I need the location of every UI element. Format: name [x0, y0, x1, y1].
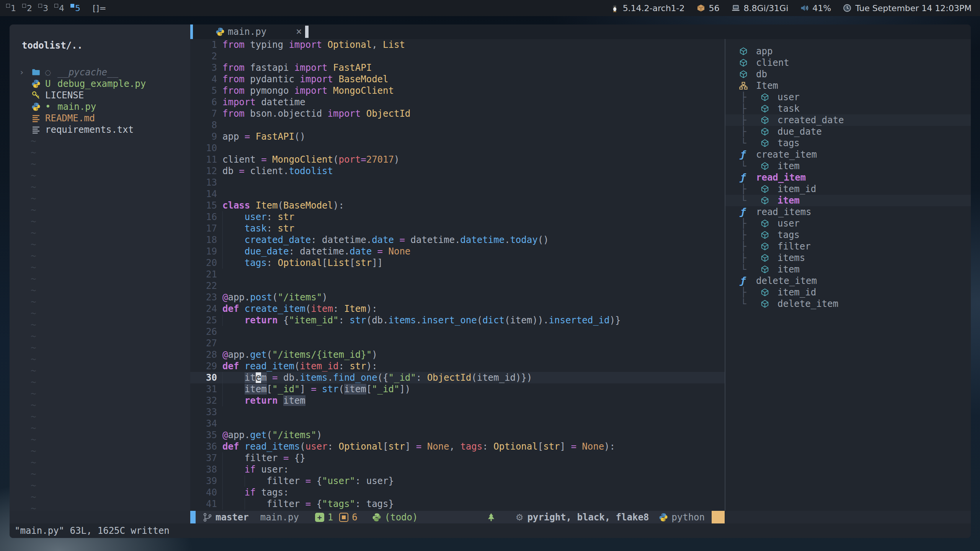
tree-item-__pycache__[interactable]: ›◌__pycache__ [10, 67, 190, 78]
empty-line-tilde: ~ [10, 377, 190, 388]
code-line-5[interactable]: 5from pymongo import MongoClient [190, 85, 725, 96]
empty-line-tilde: ~ [10, 135, 190, 147]
outline-item-delete_item[interactable]: ƒdelete_item [725, 275, 971, 287]
outline-item-app[interactable]: app [725, 46, 971, 57]
workspace-4[interactable]: 4 [54, 3, 70, 13]
code-line-40[interactable]: 40 if tags: [190, 487, 725, 498]
code-line-41[interactable]: 41 filter = {"tags": tags} [190, 498, 725, 510]
code-text: from pymongo import MongoClient [222, 85, 394, 96]
code-line-2[interactable]: 2 [190, 51, 725, 62]
code-text: from bson.objectid import ObjectId [222, 108, 410, 119]
empty-line-tilde: ~ [10, 273, 190, 285]
outline-item-item_id[interactable]: ├item_id [725, 287, 971, 298]
outline-item-user[interactable]: ├user [725, 218, 971, 229]
tree-item-LICENSE[interactable]: LICENSE [10, 90, 190, 101]
code-line-23[interactable]: 23@app.post("/items") [190, 292, 725, 303]
chevron-right-icon[interactable]: › [19, 67, 24, 78]
code-line-13[interactable]: 13 [190, 177, 725, 188]
outline-item-created_date[interactable]: ├created_date [725, 114, 971, 126]
tree-statusline [10, 511, 190, 523]
tab-close-icon[interactable]: × [296, 24, 302, 38]
workspace-2[interactable]: 2 [21, 3, 38, 13]
git-changed-count: 6 [352, 512, 357, 523]
code-line-1[interactable]: 1from typing import Optional, List [190, 39, 725, 51]
tree-item-README.md[interactable]: README.md [10, 112, 190, 124]
outline-item-user[interactable]: ├user [725, 91, 971, 103]
outline-item-read_items[interactable]: ƒread_items [725, 206, 971, 218]
code-line-17[interactable]: 17 task: str [190, 223, 725, 234]
code-line-39[interactable]: 39 filter = {"user": user} [190, 475, 725, 487]
tree-root-row[interactable]: todolist/.. [10, 24, 190, 67]
code-line-36[interactable]: 36def read_items(user: Optional[str] = N… [190, 441, 725, 452]
outline-item-item_id[interactable]: ├item_id [725, 183, 971, 195]
outline-item-tags[interactable]: ├tags [725, 229, 971, 241]
code-line-20[interactable]: 20 tags: Optional[List[str]] [190, 257, 725, 269]
code-line-37[interactable]: 37 filter = {} [190, 452, 725, 464]
code-editor[interactable]: 1from typing import Optional, List23from… [190, 39, 725, 511]
line-number: 8 [190, 119, 217, 131]
todo-label: (todo) [385, 512, 418, 523]
code-line-16[interactable]: 16 user: str [190, 211, 725, 223]
outline-label: create_item [756, 149, 817, 160]
outline-item-tags[interactable]: └tags [725, 137, 971, 149]
code-line-26[interactable]: 26 [190, 326, 725, 337]
code-line-32[interactable]: 32 return item [190, 395, 725, 406]
code-line-18[interactable]: 18 created_date: datetime.date = datetim… [190, 234, 725, 246]
workspace-1[interactable]: 1 [5, 3, 21, 13]
outline-item-item[interactable]: └item [725, 160, 971, 172]
outline-item-Item[interactable]: Item [725, 80, 971, 91]
outline-item-filter[interactable]: ├filter [725, 241, 971, 252]
outline-item-due_date[interactable]: ├due_date [725, 126, 971, 137]
tree-item-requirements.txt[interactable]: requirements.txt [10, 124, 190, 135]
code-line-28[interactable]: 28@app.get("/items/{item_id}") [190, 349, 725, 360]
code-line-33[interactable]: 33 [190, 406, 725, 418]
outline-item-delete_item[interactable]: └delete_item [725, 298, 971, 310]
code-line-35[interactable]: 35@app.get("/items") [190, 429, 725, 441]
outline-item-read_item[interactable]: ƒread_item [725, 172, 971, 183]
code-line-15[interactable]: 15class Item(BaseModel): [190, 200, 725, 211]
code-line-8[interactable]: 8 [190, 119, 725, 131]
code-line-7[interactable]: 7from bson.objectid import ObjectId [190, 108, 725, 119]
code-line-38[interactable]: 38 if user: [190, 464, 725, 475]
code-line-12[interactable]: 12db = client.todolist [190, 165, 725, 177]
code-line-25[interactable]: 25 return {"item_id": str(db.items.inser… [190, 315, 725, 326]
code-line-3[interactable]: 3from fastapi import FastAPI [190, 62, 725, 73]
tree-item-debug_example.py[interactable]: Udebug_example.py [10, 78, 190, 90]
tab-main-py[interactable]: main.py [228, 24, 266, 39]
code-line-31[interactable]: 31 item["_id"] = str(item["_id"]) [190, 383, 725, 395]
code-line-34[interactable]: 34 [190, 418, 725, 429]
code-line-29[interactable]: 29def read_item(item_id: str): [190, 360, 725, 372]
line-number: 29 [190, 360, 217, 372]
git-branch-icon [203, 512, 212, 522]
code-line-24[interactable]: 24def create_item(item: Item): [190, 303, 725, 315]
code-line-4[interactable]: 4from pydantic import BaseModel [190, 73, 725, 85]
code-line-30[interactable]: 30 item = db.items.find_one({"_id": Obje… [190, 372, 725, 383]
code-text: def read_item(item_id: str): [222, 360, 377, 372]
code-line-10[interactable]: 10 [190, 142, 725, 154]
workspace-5[interactable]: 5 [70, 3, 86, 13]
workspace-client-square [6, 4, 10, 8]
code-line-19[interactable]: 19 due_date: datetime.date = None [190, 246, 725, 257]
tree-item-main.py[interactable]: •main.py [10, 101, 190, 112]
code-line-11[interactable]: 11client = MongoClient(port=27017) [190, 154, 725, 165]
outline-item-items[interactable]: ├items [725, 252, 971, 264]
code-line-9[interactable]: 9app = FastAPI() [190, 131, 725, 142]
kernel-version: 5.14.2-arch1-2 [623, 3, 685, 13]
variable-cube-icon [761, 254, 769, 262]
outline-item-create_item[interactable]: ƒcreate_item [725, 149, 971, 160]
outline-item-item[interactable]: └item [725, 264, 971, 275]
code-line-14[interactable]: 14 [190, 188, 725, 200]
code-line-27[interactable]: 27 [190, 337, 725, 349]
outline-item-item[interactable]: └item [725, 195, 971, 206]
code-line-22[interactable]: 22 [190, 280, 725, 292]
outline-item-client[interactable]: client [725, 57, 971, 68]
code-line-6[interactable]: 6import datetime [190, 96, 725, 108]
empty-line-tilde: ~ [10, 342, 190, 354]
outline-item-task[interactable]: ├task [725, 103, 971, 114]
workspace-3[interactable]: 3 [38, 3, 54, 13]
line-number: 32 [190, 395, 217, 406]
outline-item-db[interactable]: db [725, 68, 971, 80]
command-line[interactable]: "main.py" 63L, 1625C written [10, 523, 971, 538]
code-line-21[interactable]: 21 [190, 269, 725, 280]
outline-label: read_items [756, 206, 812, 218]
